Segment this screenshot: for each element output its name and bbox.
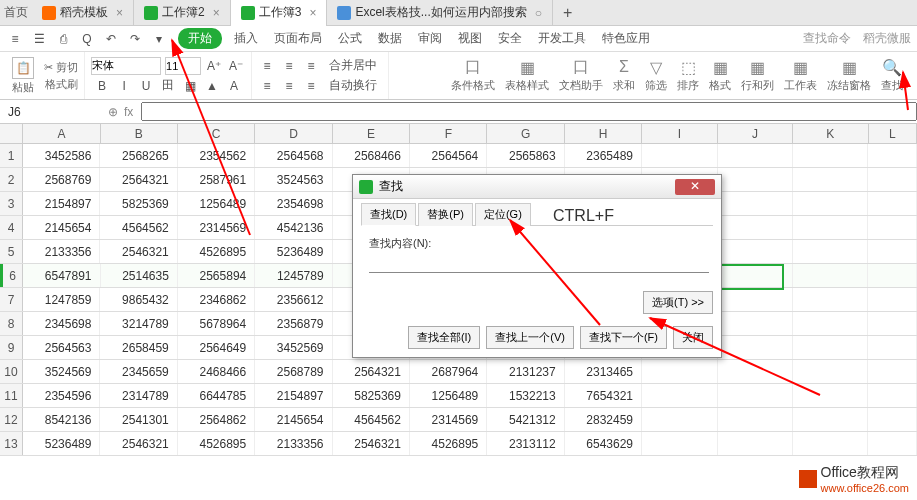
cell[interactable]: 2354596 <box>23 384 100 407</box>
cell[interactable] <box>868 168 917 191</box>
options-button[interactable]: 选项(T) >> <box>643 291 713 314</box>
table-row[interactable]: 1123545962314789664478521548975825369125… <box>0 384 917 408</box>
cell[interactable] <box>793 192 868 215</box>
cell[interactable] <box>868 360 917 383</box>
cell[interactable] <box>718 216 793 239</box>
row-header[interactable]: 13 <box>0 432 23 455</box>
cell[interactable]: 2546321 <box>100 432 177 455</box>
cell[interactable]: 2356612 <box>255 288 332 311</box>
cell[interactable] <box>868 336 917 359</box>
dialog-titlebar[interactable]: 查找 ✕ <box>353 175 721 199</box>
undo-icon[interactable]: ↶ <box>102 30 120 48</box>
cell[interactable]: 2568265 <box>100 144 177 167</box>
tab-workbook2[interactable]: 工作簿2× <box>134 0 231 26</box>
cell[interactable]: 2541301 <box>100 408 177 431</box>
cell[interactable]: 2565894 <box>178 264 255 287</box>
row-header[interactable]: 5 <box>0 240 23 263</box>
cell[interactable]: 2658459 <box>100 336 177 359</box>
help-link[interactable]: 稻壳微服 <box>863 30 911 47</box>
tab-goto[interactable]: 定位(G) <box>475 203 531 226</box>
cell[interactable] <box>868 192 917 215</box>
fill-button[interactable]: ▦ <box>181 77 199 95</box>
col-header[interactable]: F <box>410 124 487 143</box>
cell[interactable]: 2687964 <box>410 360 487 383</box>
cell[interactable] <box>868 216 917 239</box>
file-icon[interactable]: ☰ <box>30 30 48 48</box>
menu-home[interactable]: 开始 <box>178 28 222 49</box>
cell[interactable]: 5236489 <box>23 432 100 455</box>
select-all-corner[interactable] <box>0 124 23 143</box>
close-button[interactable]: ✕ <box>675 179 715 195</box>
cell[interactable] <box>718 408 793 431</box>
menu-layout[interactable]: 页面布局 <box>270 28 326 49</box>
cell[interactable] <box>868 408 917 431</box>
cell[interactable]: 2568466 <box>333 144 410 167</box>
bold-button[interactable]: B <box>93 77 111 95</box>
cell[interactable]: 6543629 <box>565 432 642 455</box>
cell[interactable]: 8542136 <box>23 408 100 431</box>
align-center-icon[interactable]: ≡ <box>280 57 298 75</box>
cell[interactable]: 3452569 <box>255 336 332 359</box>
cell[interactable]: 3214789 <box>100 312 177 335</box>
name-box[interactable]: J6 <box>0 105 100 119</box>
cell[interactable]: 2154897 <box>23 192 100 215</box>
align-bot-icon[interactable]: ≡ <box>302 77 320 95</box>
cell[interactable] <box>793 336 868 359</box>
close-icon[interactable]: ○ <box>535 6 542 20</box>
cell[interactable]: 2314569 <box>178 216 255 239</box>
dec-font-icon[interactable]: A⁻ <box>227 57 245 75</box>
italic-button[interactable]: I <box>115 77 133 95</box>
cell[interactable] <box>718 384 793 407</box>
format-painter[interactable]: 格式刷 <box>45 77 78 92</box>
cond-format-button[interactable]: 口条件格式 <box>451 58 495 93</box>
cell[interactable] <box>718 144 793 167</box>
cell[interactable]: 1247859 <box>23 288 100 311</box>
filter-button[interactable]: ▽筛选 <box>645 58 667 93</box>
redo-icon[interactable]: ↷ <box>126 30 144 48</box>
cell[interactable] <box>718 288 793 311</box>
table-row[interactable]: 1035245692345659246846625687892564321268… <box>0 360 917 384</box>
cell[interactable]: 2564321 <box>100 168 177 191</box>
cell[interactable]: 2356879 <box>255 312 332 335</box>
menu-data[interactable]: 数据 <box>374 28 406 49</box>
cell[interactable]: 4526895 <box>178 432 255 455</box>
cell[interactable]: 2564563 <box>23 336 100 359</box>
fx-icon[interactable]: fx <box>124 105 133 119</box>
cell[interactable]: 2354698 <box>255 192 332 215</box>
cell[interactable] <box>793 312 868 335</box>
cell[interactable] <box>718 312 793 335</box>
cell[interactable]: 4526895 <box>410 432 487 455</box>
cell[interactable] <box>642 144 717 167</box>
menu-review[interactable]: 审阅 <box>414 28 446 49</box>
new-tab-button[interactable]: + <box>553 4 582 22</box>
find-button[interactable]: 🔍查找 <box>881 58 903 93</box>
cell[interactable]: 5678964 <box>178 312 255 335</box>
col-header[interactable]: H <box>565 124 642 143</box>
cell[interactable] <box>793 408 868 431</box>
close-icon[interactable]: × <box>213 6 220 20</box>
formula-input[interactable] <box>141 102 917 121</box>
cell[interactable]: 2546321 <box>333 432 410 455</box>
font-select[interactable] <box>91 57 161 75</box>
doc-assist-button[interactable]: 口文档助手 <box>559 58 603 93</box>
cell[interactable]: 5825369 <box>100 192 177 215</box>
cell[interactable] <box>642 408 717 431</box>
row-header[interactable]: 2 <box>0 168 23 191</box>
cell[interactable]: 2154897 <box>255 384 332 407</box>
cell[interactable]: 5825369 <box>333 384 410 407</box>
col-header[interactable]: C <box>178 124 255 143</box>
cell[interactable] <box>793 360 868 383</box>
col-header[interactable]: B <box>101 124 178 143</box>
cell[interactable] <box>642 360 717 383</box>
font-color-button[interactable]: ▲ <box>203 77 221 95</box>
align-mid-icon[interactable]: ≡ <box>280 77 298 95</box>
table-row[interactable]: 1345258625682652354562256456825684662564… <box>0 144 917 168</box>
border-button[interactable]: 田 <box>159 77 177 95</box>
table-row[interactable]: 1285421362541301256486221456544564562231… <box>0 408 917 432</box>
cell[interactable]: 4526895 <box>178 240 255 263</box>
cell[interactable]: 2565863 <box>487 144 564 167</box>
cell[interactable] <box>718 336 793 359</box>
row-header[interactable]: 8 <box>0 312 23 335</box>
cell[interactable]: 3524563 <box>255 168 332 191</box>
cell[interactable] <box>718 168 793 191</box>
